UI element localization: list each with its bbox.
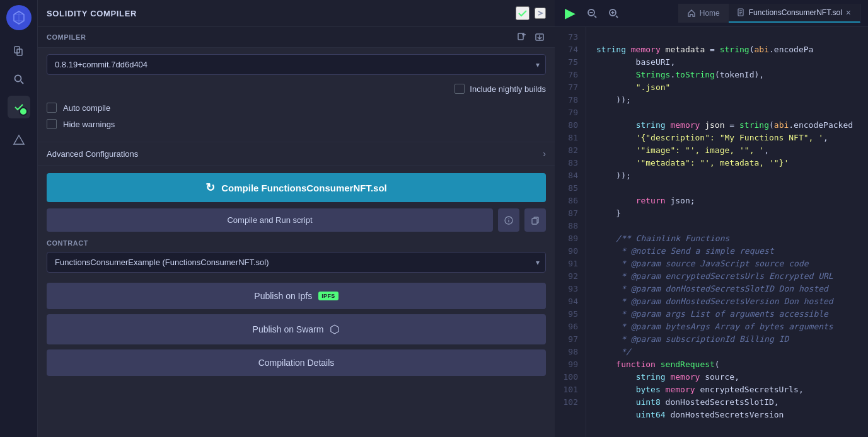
svg-point-3	[14, 76, 21, 82]
contract-select-wrap: FunctionsConsumerExample (FunctionsConsu…	[47, 252, 546, 273]
tab-active-file[interactable]: FunctionsConsumerNFT.sol ×	[729, 4, 860, 23]
publish-swarm-label: Publish on Swarm	[253, 324, 324, 334]
hide-warnings-checkbox[interactable]	[47, 119, 57, 129]
swarm-icon: ⬡	[330, 322, 340, 336]
toolbar-actions	[516, 31, 546, 43]
tab-home[interactable]: Home	[678, 4, 729, 23]
editor-tabs: Home FunctionsConsumerNFT.sol ×	[678, 4, 860, 23]
svg-line-18	[594, 16, 596, 18]
header-check-icon[interactable]	[516, 6, 529, 20]
contract-label: CONTRACT	[47, 239, 546, 247]
compile-button[interactable]: ↻ Compile FunctionsConsumerNFT.sol	[47, 173, 546, 202]
publish-swarm-button[interactable]: Publish on Swarm ⬡	[47, 314, 546, 344]
hide-warnings-row: Hide warnings	[47, 119, 546, 129]
contract-section: CONTRACT FunctionsConsumerExample (Funct…	[38, 239, 555, 279]
publish-ipfs-button[interactable]: Publish on Ipfs IPFS	[47, 283, 546, 309]
load-file-button[interactable]	[533, 31, 546, 43]
compile-run-row: Compile and Run script	[47, 208, 546, 232]
compile-run-info-button[interactable]	[498, 208, 519, 232]
auto-compile-label: Auto compile	[63, 103, 110, 113]
svg-line-4	[21, 81, 23, 84]
svg-rect-15	[532, 219, 537, 224]
version-selector-wrap: 0.8.19+commit.7dd6d404 0.8.18+commit.87f…	[38, 48, 555, 81]
editor-toolbar-left: ▶	[562, 4, 621, 23]
advanced-config-arrow-icon: ›	[543, 149, 546, 159]
compile-button-label: Compile FunctionsConsumerNFT.sol	[221, 183, 387, 193]
auto-compile-checkbox[interactable]	[47, 103, 57, 113]
compile-run-copy-button[interactable]	[524, 208, 546, 232]
compile-section: ↻ Compile FunctionsConsumerNFT.sol Compi…	[38, 166, 555, 239]
options-section: Auto compile Hide warnings	[38, 100, 555, 142]
header-arrow-icon[interactable]	[535, 8, 546, 19]
svg-point-5	[20, 108, 25, 113]
nightly-builds-row: Include nightly builds	[38, 81, 555, 100]
sidebar-item-compiler[interactable]	[8, 96, 30, 118]
code-editor: 73747576 77787980 81828384 85868788 8990…	[555, 27, 868, 437]
compile-run-button[interactable]: Compile and Run script	[47, 208, 493, 232]
deploy-section: Publish on Ipfs IPFS Publish on Swarm ⬡ …	[38, 279, 555, 380]
advanced-config-label: Advanced Configurations	[47, 149, 138, 159]
contract-select[interactable]: FunctionsConsumerExample (FunctionsConsu…	[47, 252, 546, 273]
nightly-checkbox-wrap: Include nightly builds	[454, 84, 546, 94]
home-tab-label: Home	[700, 9, 720, 18]
panel-title: SOLIDITY COMPILER	[47, 9, 137, 18]
app-logo	[6, 5, 32, 30]
auto-compile-row: Auto compile	[47, 103, 546, 113]
add-file-button[interactable]	[516, 31, 528, 43]
version-select[interactable]: 0.8.19+commit.7dd6d404 0.8.18+commit.87f…	[47, 54, 546, 75]
sidebar-item-files[interactable]	[8, 40, 30, 63]
svg-line-22	[616, 16, 618, 18]
compiler-panel: SOLIDITY COMPILER COMPILER	[38, 0, 555, 437]
compile-run-label: Compile and Run script	[227, 215, 312, 225]
compilation-details-button[interactable]: Compilation Details	[47, 349, 546, 376]
header-actions	[516, 6, 546, 20]
advanced-config-row[interactable]: Advanced Configurations ›	[38, 142, 555, 166]
zoom-in-button[interactable]	[606, 7, 621, 20]
hide-warnings-label: Hide warnings	[63, 120, 115, 129]
nightly-checkbox[interactable]	[454, 84, 465, 94]
sidebar-item-deploy[interactable]	[8, 128, 30, 151]
compiler-label: COMPILER	[47, 33, 86, 41]
active-tab-label: FunctionsConsumerNFT.sol	[749, 8, 842, 17]
editor-toolbar: ▶ Home FunctionsConsumerNFT.sol ×	[555, 0, 868, 27]
svg-point-14	[508, 218, 509, 219]
line-numbers: 73747576 77787980 81828384 85868788 8990…	[555, 27, 586, 437]
nightly-label: Include nightly builds	[470, 84, 546, 94]
sidebar-item-search[interactable]	[8, 68, 30, 91]
tab-close-icon[interactable]: ×	[846, 8, 851, 18]
code-content[interactable]: string memory metadata = string(abi.enco…	[586, 27, 868, 437]
zoom-out-button[interactable]	[584, 7, 599, 20]
panel-header: SOLIDITY COMPILER	[38, 0, 555, 27]
compiler-toolbar: COMPILER	[38, 27, 555, 48]
run-button[interactable]: ▶	[562, 4, 578, 23]
compile-refresh-icon: ↻	[205, 181, 215, 195]
editor-area: ▶ Home FunctionsConsumerNFT.sol × 737475…	[555, 0, 868, 437]
ipfs-badge: IPFS	[318, 292, 338, 300]
publish-ipfs-label: Publish on Ipfs	[254, 291, 312, 301]
svg-marker-6	[14, 135, 24, 144]
sidebar	[0, 0, 38, 437]
compilation-details-label: Compilation Details	[258, 358, 335, 368]
